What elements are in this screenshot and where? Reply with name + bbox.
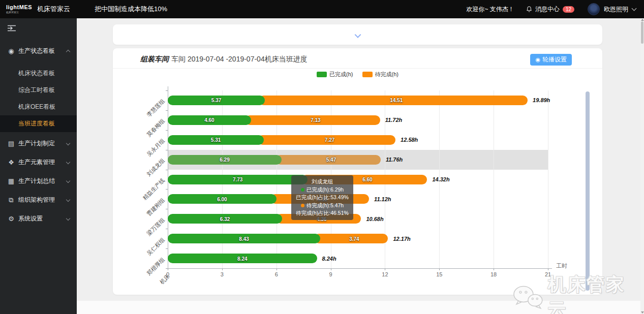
bar-value-pending: 5.47 xyxy=(326,157,336,163)
chevron-down-icon xyxy=(66,141,70,145)
y-category-label: 刘成龙组 xyxy=(145,157,167,178)
axis-tick xyxy=(166,170,168,170)
sidebar-item-label: 系统设置 xyxy=(18,214,43,223)
tooltip-line: 已完成(h):6.29h xyxy=(296,186,349,194)
watermark-text: 机床管家云 xyxy=(548,272,644,314)
sidebar-item-label: 生产计划制定 xyxy=(18,139,55,148)
sidebar-item-plan-making[interactable]: ▤ 生产计划制定 xyxy=(0,134,77,153)
gauge-icon: ◉ xyxy=(7,47,16,55)
total-label: 19.89h xyxy=(533,97,550,103)
total-label: 12.58h xyxy=(401,137,418,143)
y-category-label: 李慧莲组 xyxy=(145,98,167,119)
document-icon: ▤ xyxy=(7,140,16,147)
y-category-label: 莫春梅组 xyxy=(145,117,167,139)
chevron-up-icon xyxy=(66,49,70,53)
chevron-down-icon xyxy=(66,197,70,201)
scroll-down-arrow-icon[interactable] xyxy=(641,311,644,313)
chevron-down-icon xyxy=(66,178,70,182)
axis-tick xyxy=(166,189,168,190)
bar-value-completed: 8.24 xyxy=(237,256,247,261)
axis-tick xyxy=(166,90,168,91)
sidebar-item-oee[interactable]: 机床OEE看板 xyxy=(0,99,77,115)
sidebar-item-label: 组织架构管理 xyxy=(18,196,55,204)
axis-tick xyxy=(166,268,168,269)
chevron-down-icon[interactable] xyxy=(632,6,637,11)
y-axis-name: 机床 xyxy=(158,273,171,286)
total-label: 8.24h xyxy=(322,256,336,262)
expand-panel-chevron-icon[interactable] xyxy=(354,32,361,38)
chevron-down-icon xyxy=(66,216,70,220)
gridline xyxy=(548,90,548,268)
product-name: 机床管家云 xyxy=(37,5,70,14)
filter-panel-collapsed xyxy=(113,24,602,45)
topbar: lightMES 机床管家云 机床管家云 把中国制造成本降低10% 欢迎你~ 支… xyxy=(0,0,644,18)
slogan-text: 把中国制造成本降低10% xyxy=(95,5,167,14)
bell-icon[interactable] xyxy=(526,5,533,13)
bar-value-pending: 6.60 xyxy=(362,177,372,182)
sidebar-item-shift-progress[interactable]: 当班进度看板 xyxy=(0,115,77,132)
wechat-icon xyxy=(512,285,544,310)
avatar[interactable] xyxy=(588,3,600,15)
tooltip-title: 刘成龙组 xyxy=(296,178,349,186)
x-tick-label: 15 xyxy=(436,271,442,277)
company-name[interactable]: 欧恩照明 xyxy=(604,5,628,14)
logo: lightMES 机床管家云 xyxy=(6,5,32,14)
bar-value-pending: 7.13 xyxy=(311,117,320,123)
tooltip-line: 已完成(h)占比:53.49% xyxy=(296,194,349,202)
diamonds-icon: ❖ xyxy=(7,159,16,166)
sidebar-item-label: 生产元素管理 xyxy=(18,158,55,167)
tooltip-line: 待完成(h):5.47h xyxy=(296,202,349,210)
bar-value-pending: 14.51 xyxy=(390,98,403,103)
x-tick-label: 12 xyxy=(382,271,388,277)
welcome-text: 欢迎你~ 支伟杰！ xyxy=(467,5,514,14)
chart-plot: 036912151821李慧莲组5.3714.5119.89h莫春梅组4.607… xyxy=(113,48,602,295)
x-tick-label: 9 xyxy=(329,271,332,277)
app-window: lightMES 机床管家云 机床管家云 把中国制造成本降低10% 欢迎你~ 支… xyxy=(0,0,644,314)
sidebar-item-production-status[interactable]: ◉ 生产状态看板 xyxy=(0,40,77,62)
message-center-link[interactable]: 消息中心 xyxy=(535,5,560,14)
window-scrollbar[interactable] xyxy=(640,18,644,314)
gridline xyxy=(494,90,494,268)
sidebar-item-system-settings[interactable]: ⚙ 系统设置 xyxy=(0,209,77,228)
sidebar-item-machine-status[interactable]: 机床状态看板 xyxy=(0,65,77,82)
axis-tick xyxy=(166,248,168,249)
axis-tick xyxy=(166,110,168,111)
axis-tick xyxy=(166,130,168,131)
total-label: 11.76h xyxy=(386,156,403,163)
content-scrollbar-thumb[interactable] xyxy=(586,91,590,291)
bar-value-completed: 6.00 xyxy=(217,196,227,202)
org-chart-icon: ⧉ xyxy=(7,196,16,204)
collapse-icon xyxy=(7,24,17,32)
chart-card: 组装车间车间 2019-07-04 -2019-07-04机床当班进度 ◉ 轮播… xyxy=(113,48,602,295)
y-category-label: 吴仁权组 xyxy=(145,236,167,257)
sidebar: ◉ 生产状态看板 机床状态看板 综合工时看板 机床OEE看板 当班进度看板 ▤ … xyxy=(0,18,77,314)
message-count-badge: 12 xyxy=(563,6,574,13)
bar-value-pending: 3.74 xyxy=(349,236,359,241)
scroll-up-arrow-icon[interactable] xyxy=(641,19,644,21)
bar-value-completed: 5.37 xyxy=(211,98,221,103)
total-label: 14.32h xyxy=(432,176,449,182)
bar-value-completed: 6.29 xyxy=(220,157,229,163)
x-tick-label: 6 xyxy=(275,271,278,277)
sidebar-item-plan-summary[interactable]: ▦ 生产计划总结 xyxy=(0,172,77,191)
y-category-label: 郑楷厚组 xyxy=(145,256,167,277)
topbar-right: 欢迎你~ 支伟杰！ 消息中心 12 欧恩照明 xyxy=(467,3,636,15)
production-status-submenu: 机床状态看板 综合工时看板 机床OEE看板 当班进度看板 xyxy=(0,65,77,132)
bar-value-completed: 5.31 xyxy=(211,137,221,143)
axis-tick xyxy=(166,229,168,229)
sidebar-item-label: 生产状态看板 xyxy=(18,47,55,55)
y-category-label: 梁万莲组 xyxy=(145,216,167,237)
total-label: 11.12h xyxy=(374,196,391,202)
logo-subtext: 机床管家云 xyxy=(6,11,32,14)
sidebar-item-element-mgmt[interactable]: ❖ 生产元素管理 xyxy=(0,153,77,172)
completed-dot-icon xyxy=(301,188,304,192)
chart-tooltip: 刘成龙组已完成(h):6.29h已完成(h)占比:53.49%待完成(h):5.… xyxy=(291,175,353,220)
sidebar-item-work-hours[interactable]: 综合工时看板 xyxy=(0,82,77,99)
sidebar-collapse-button[interactable] xyxy=(0,18,77,40)
watermark: 机床管家云 xyxy=(512,272,644,314)
gear-icon: ⚙ xyxy=(7,215,16,223)
axis-tick xyxy=(166,150,168,150)
x-axis-name: 工时 xyxy=(556,262,567,270)
sidebar-item-org-structure[interactable]: ⧉ 组织架构管理 xyxy=(0,191,77,209)
window-scrollbar-thumb[interactable] xyxy=(641,21,643,44)
